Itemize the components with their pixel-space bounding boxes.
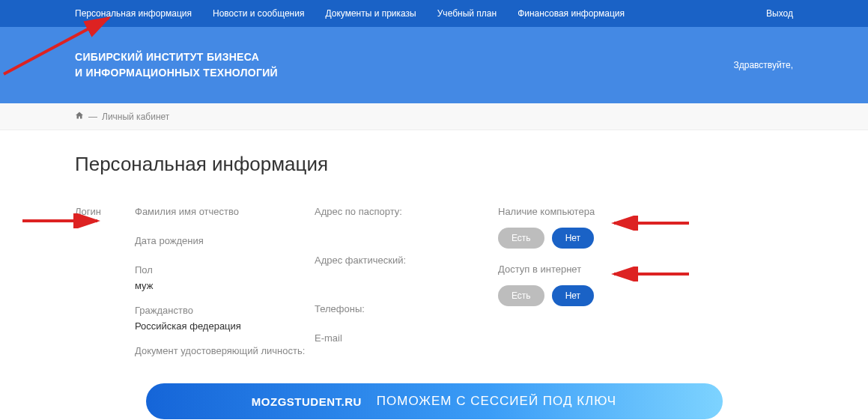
internet-no-button[interactable]: Нет: [552, 285, 594, 306]
header-bar: СИБИРСКИЙ ИНСТИТУТ БИЗНЕСА И ИНФОРМАЦИОН…: [0, 27, 868, 103]
citizenship-label: Гражданство: [135, 305, 315, 316]
banner-text: ПОМОЖЕМ С СЕССИЕЙ ПОД КЛЮЧ: [377, 394, 616, 409]
doc-label: Документ удостоверяющий личность:: [135, 345, 315, 356]
nav-plan[interactable]: Учебный план: [437, 8, 497, 19]
nav-finance[interactable]: Финансовая информация: [518, 8, 625, 19]
col-login: Логин: [75, 206, 135, 361]
page-title: Персональная информация: [75, 153, 793, 176]
computer-label: Наличие компьютера: [498, 206, 693, 217]
nav-docs[interactable]: Документы и приказы: [325, 8, 416, 19]
breadcrumb-sep: —: [88, 112, 97, 122]
computer-yes-button[interactable]: Есть: [498, 228, 544, 249]
col-contacts: Адрес по паспорту: Адрес фактический: Те…: [315, 206, 498, 361]
content: Персональная информация Логин Фамилия им…: [0, 130, 868, 420]
gender-label: Пол: [135, 264, 315, 276]
gender-value: муж: [135, 280, 315, 291]
internet-label: Доступ в интернет: [498, 264, 693, 275]
internet-yes-button[interactable]: Есть: [498, 285, 544, 306]
actual-addr-label: Адрес фактический:: [315, 255, 498, 266]
citizenship-value: Российская федерация: [135, 320, 315, 332]
breadcrumb: — Личный кабинет: [0, 103, 868, 130]
banner-brand: MOZGSTUDENT.RU: [252, 395, 362, 408]
internet-toggle: Есть Нет: [498, 285, 693, 306]
dob-label: Дата рождения: [135, 235, 315, 246]
top-nav: Персональная информация Новости и сообще…: [0, 0, 868, 27]
computer-toggle: Есть Нет: [498, 228, 693, 249]
nav-news[interactable]: Новости и сообщения: [213, 8, 304, 19]
phones-label: Телефоны:: [315, 303, 498, 314]
breadcrumb-current: Личный кабинет: [102, 112, 169, 122]
info-columns: Логин Фамилия имя отчество Дата рождения…: [75, 206, 793, 361]
col-tech: Наличие компьютера Есть Нет Доступ в инт…: [498, 206, 693, 361]
promo-banner[interactable]: MOZGSTUDENT.RU ПОМОЖЕМ С СЕССИЕЙ ПОД КЛЮ…: [146, 383, 723, 419]
nav-logout[interactable]: Выход: [766, 8, 793, 19]
login-label: Логин: [75, 206, 135, 217]
org-title: СИБИРСКИЙ ИНСТИТУТ БИЗНЕСА И ИНФОРМАЦИОН…: [75, 49, 278, 81]
greeting: Здравствуйте,: [733, 60, 793, 70]
col-personal: Фамилия имя отчество Дата рождения Пол м…: [135, 206, 315, 361]
computer-no-button[interactable]: Нет: [552, 228, 594, 249]
nav-personal[interactable]: Персональная информация: [75, 8, 192, 19]
fio-label: Фамилия имя отчество: [135, 206, 315, 217]
home-icon[interactable]: [75, 111, 84, 122]
org-line2: И ИНФОРМАЦИОННЫХ ТЕХНОЛОГИЙ: [75, 65, 278, 81]
email-label: E-mail: [315, 332, 498, 344]
passport-addr-label: Адрес по паспорту:: [315, 206, 498, 217]
nav-left: Персональная информация Новости и сообще…: [75, 8, 625, 19]
org-line1: СИБИРСКИЙ ИНСТИТУТ БИЗНЕСА: [75, 49, 278, 65]
